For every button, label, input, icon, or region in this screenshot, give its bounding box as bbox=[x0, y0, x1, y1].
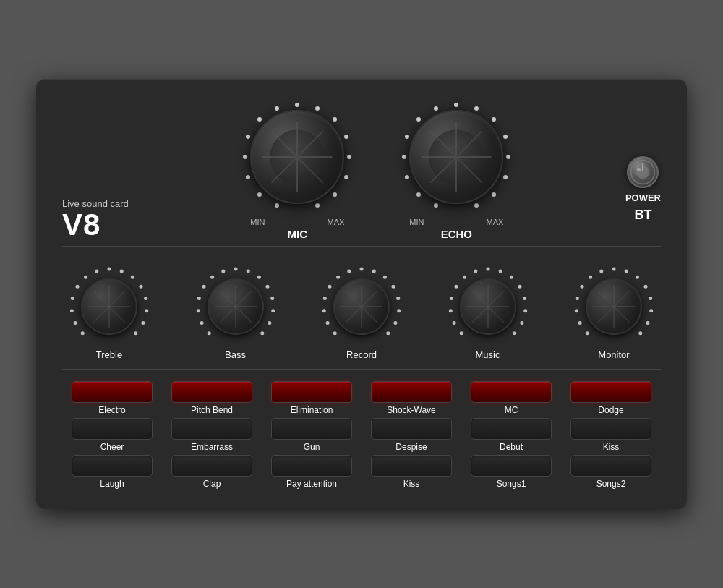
effect-btn-debut[interactable] bbox=[471, 418, 552, 440]
effect-btn-shock-wave[interactable] bbox=[371, 381, 452, 403]
svg-point-30 bbox=[402, 155, 406, 159]
svg-point-109 bbox=[523, 297, 526, 300]
effect-btn-kiss[interactable] bbox=[570, 418, 651, 440]
echo-knob-container bbox=[398, 99, 514, 215]
effect-btn-kiss[interactable] bbox=[371, 455, 452, 477]
svg-point-8 bbox=[275, 106, 279, 111]
small-knob-wrap-4 bbox=[574, 267, 654, 346]
effect-btn-pitch-bend[interactable] bbox=[171, 381, 252, 403]
svg-point-26 bbox=[474, 203, 479, 208]
svg-point-66 bbox=[221, 269, 225, 273]
svg-point-122 bbox=[589, 276, 592, 279]
effect-btn-elimination[interactable] bbox=[271, 381, 352, 403]
sound-card-device: Live sound card V8 bbox=[36, 79, 687, 509]
effect-btn-cheer[interactable] bbox=[72, 418, 153, 440]
mic-knob-container bbox=[239, 99, 355, 215]
svg-point-127 bbox=[644, 285, 648, 289]
svg-point-65 bbox=[210, 276, 214, 279]
svg-point-11 bbox=[243, 155, 247, 159]
svg-point-69 bbox=[257, 276, 260, 279]
power-button[interactable] bbox=[627, 156, 659, 188]
mic-knob-group: MIN MAX MIC bbox=[239, 99, 355, 240]
small-knob-2[interactable] bbox=[333, 278, 390, 335]
echo-max-label: MAX bbox=[486, 218, 503, 226]
svg-point-129 bbox=[649, 309, 653, 312]
svg-point-3 bbox=[344, 135, 348, 139]
btn-label-debut: Debut bbox=[500, 442, 523, 452]
btn-group-pay-attention: Pay attention bbox=[265, 455, 359, 489]
svg-point-45 bbox=[76, 285, 80, 289]
svg-point-121 bbox=[581, 285, 584, 289]
small-knob-wrap-2 bbox=[322, 267, 401, 346]
btn-label-gun: Gun bbox=[304, 442, 320, 452]
small-knob-1[interactable] bbox=[208, 278, 264, 335]
small-knob-4[interactable] bbox=[586, 278, 642, 335]
svg-point-53 bbox=[145, 309, 148, 312]
svg-point-103 bbox=[463, 276, 466, 279]
svg-point-0 bbox=[295, 103, 299, 107]
small-knobs-row: Treble Bass bbox=[62, 261, 661, 360]
svg-point-46 bbox=[84, 276, 87, 279]
effect-btn-dodge[interactable] bbox=[570, 381, 651, 403]
echo-min-label: MIN bbox=[409, 218, 424, 226]
svg-point-73 bbox=[268, 321, 271, 325]
btn-label-kiss: Kiss bbox=[603, 442, 620, 452]
effect-btn-laugh[interactable] bbox=[72, 455, 153, 477]
svg-point-50 bbox=[131, 276, 134, 279]
mic-label: MIC bbox=[288, 228, 308, 240]
small-knob-group-record: Record bbox=[322, 267, 401, 360]
svg-point-64 bbox=[202, 285, 205, 289]
svg-point-85 bbox=[347, 269, 351, 273]
effect-btn-despise[interactable] bbox=[371, 418, 452, 440]
small-knob-0[interactable] bbox=[81, 278, 137, 335]
btn-group-despise: Despise bbox=[364, 418, 458, 452]
svg-point-61 bbox=[200, 321, 203, 325]
svg-point-31 bbox=[405, 175, 409, 179]
svg-point-107 bbox=[509, 276, 513, 279]
svg-point-130 bbox=[646, 321, 649, 325]
effect-btn-songs2[interactable] bbox=[570, 455, 651, 477]
btn-label-kiss: Kiss bbox=[403, 479, 420, 489]
small-knob-wrap-1 bbox=[196, 267, 275, 346]
svg-point-49 bbox=[120, 269, 124, 273]
effect-btn-gun[interactable] bbox=[271, 418, 352, 440]
svg-point-90 bbox=[396, 297, 400, 300]
svg-point-111 bbox=[520, 321, 523, 325]
small-knob-3[interactable] bbox=[460, 278, 516, 335]
svg-point-22 bbox=[503, 135, 508, 139]
svg-point-110 bbox=[523, 309, 527, 312]
effect-btn-pay-attention[interactable] bbox=[271, 455, 352, 477]
svg-point-99 bbox=[452, 321, 455, 325]
svg-point-12 bbox=[246, 175, 250, 179]
bt-label: BT bbox=[634, 208, 651, 223]
effect-btn-electro[interactable] bbox=[72, 381, 153, 403]
effect-btn-mc[interactable] bbox=[471, 381, 552, 403]
svg-point-108 bbox=[518, 285, 521, 289]
btn-label-electro: Electro bbox=[98, 405, 125, 415]
svg-point-27 bbox=[434, 106, 438, 111]
svg-point-72 bbox=[271, 309, 275, 312]
btn-group-elimination: Elimination bbox=[265, 381, 359, 415]
dark-buttons-row1: CheerEmbarrassGunDespiseDebutKiss bbox=[62, 415, 661, 452]
power-section: POWER BT bbox=[625, 156, 661, 223]
effect-btn-songs1[interactable] bbox=[471, 455, 552, 477]
svg-point-33 bbox=[434, 203, 438, 208]
btn-group-shock-wave: Shock-Wave bbox=[364, 381, 458, 415]
top-separator bbox=[62, 246, 661, 247]
svg-point-52 bbox=[144, 297, 147, 300]
svg-point-125 bbox=[625, 269, 628, 273]
svg-point-87 bbox=[372, 269, 376, 273]
effect-btn-clap[interactable] bbox=[171, 455, 252, 477]
svg-point-5 bbox=[344, 175, 348, 179]
svg-point-24 bbox=[503, 175, 508, 179]
btn-group-cheer: Cheer bbox=[65, 418, 159, 452]
dark-buttons-row2: LaughClapPay attentionKissSongs1Songs2 bbox=[62, 452, 661, 489]
svg-point-128 bbox=[649, 297, 652, 300]
echo-knob[interactable] bbox=[409, 110, 503, 204]
btn-group-mc: MC bbox=[464, 381, 558, 415]
mic-knob[interactable] bbox=[250, 110, 344, 204]
svg-point-43 bbox=[70, 309, 74, 312]
effect-btn-embarrass[interactable] bbox=[171, 418, 252, 440]
small-knob-group-bass: Bass bbox=[196, 267, 275, 360]
svg-point-124 bbox=[612, 268, 616, 271]
